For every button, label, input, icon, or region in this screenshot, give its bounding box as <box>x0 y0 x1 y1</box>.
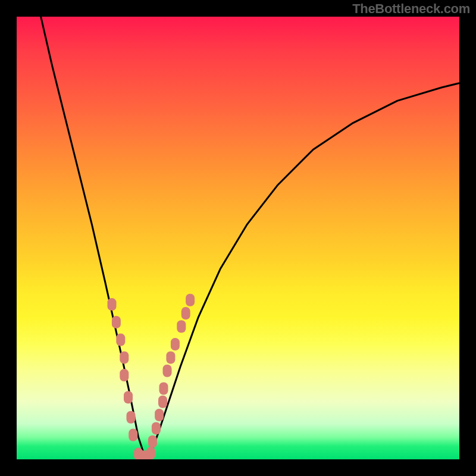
attribution-text: TheBottleneck.com <box>352 1 470 17</box>
curve-marker <box>112 316 121 328</box>
curve-marker <box>127 411 136 424</box>
chart-plot-area <box>17 17 459 459</box>
curve-marker <box>166 351 175 364</box>
curve-marker <box>171 338 180 350</box>
curve-marker <box>120 369 129 381</box>
curve-marker <box>152 422 161 434</box>
curve-marker <box>155 409 164 421</box>
marker-layer <box>108 294 195 459</box>
curve-marker <box>163 365 172 377</box>
curve-marker <box>108 298 117 311</box>
bottleneck-curve <box>39 17 459 459</box>
curve-marker <box>146 447 155 459</box>
curve-marker <box>159 383 168 395</box>
bottleneck-curve-svg <box>17 17 459 459</box>
curve-marker <box>129 429 137 441</box>
curve-marker <box>181 307 190 320</box>
curve-layer <box>39 17 459 459</box>
curve-marker <box>148 436 157 448</box>
curve-marker <box>120 351 129 364</box>
curve-marker <box>158 396 167 408</box>
curve-marker <box>186 294 195 306</box>
curve-marker <box>124 391 133 403</box>
curve-marker <box>177 320 186 333</box>
curve-marker <box>116 334 125 346</box>
